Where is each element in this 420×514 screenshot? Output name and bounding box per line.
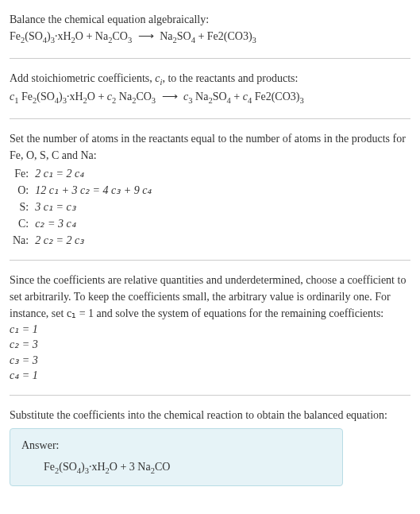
- t: O +: [87, 91, 107, 102]
- t: SO: [213, 91, 227, 102]
- table-row: Fe:2 c₁ = 2 c₄: [10, 165, 155, 182]
- t: ·xH: [55, 30, 71, 42]
- arrow-icon: ⟶: [138, 30, 154, 42]
- t: Fe: [18, 91, 33, 102]
- divider: [10, 260, 410, 261]
- element-cell: S:: [10, 199, 32, 215]
- intro-text: Balance the chemical equation algebraica…: [10, 11, 410, 28]
- step1-text: Add stoichiometric coefficients, ci, to …: [10, 70, 410, 89]
- t: CO: [155, 461, 170, 473]
- t: ·xH: [67, 91, 83, 102]
- arrow-icon: ⟶: [162, 91, 178, 102]
- equation-cell: 12 c₁ + 3 c₂ = 4 c₃ + 9 c₄: [32, 182, 155, 199]
- answer-box: Answer: Fe2(SO4)3·xH2O + 3 Na2CO: [10, 428, 343, 486]
- element-cell: C:: [10, 215, 32, 232]
- t: Add stoichiometric coefficients,: [10, 72, 155, 84]
- t: ·xH: [89, 461, 106, 473]
- table-row: Na:2 c₂ = 2 c₃: [10, 232, 155, 249]
- intro-section: Balance the chemical equation algebraica…: [10, 6, 410, 52]
- step2-section: Set the number of atoms in the reactants…: [10, 126, 410, 253]
- t: O + 3 Na: [110, 461, 151, 473]
- t: +: [231, 91, 243, 102]
- t: (SO: [25, 30, 43, 42]
- divider: [10, 395, 410, 396]
- atoms-table: Fe:2 c₁ = 2 c₄ O:12 c₁ + 3 c₂ = 4 c₃ + 9…: [10, 165, 155, 249]
- step4-text: Substitute the coefficients into the che…: [10, 407, 410, 423]
- t: , to the reactants and products:: [162, 72, 298, 84]
- step3-section: Since the coefficients are relative quan…: [10, 267, 410, 388]
- equation-cell: c₂ = 3 c₄: [32, 215, 155, 232]
- coef-value: c₃ = 3: [10, 353, 410, 369]
- element-cell: O:: [10, 182, 32, 199]
- element-cell: Na:: [10, 232, 32, 249]
- equation-cell: 2 c₂ = 2 c₃: [32, 232, 155, 249]
- t: + Fe2(CO3): [195, 30, 252, 42]
- t: Na: [193, 91, 209, 102]
- sub: 3: [128, 36, 132, 44]
- balanced-equation: Fe2(SO4)3·xH2O + 3 Na2CO: [21, 458, 331, 477]
- sub: 3: [152, 96, 156, 105]
- step3-text: Since the coefficients are relative quan…: [10, 272, 410, 322]
- step2-text: Set the number of atoms in the reactants…: [10, 130, 410, 164]
- equation-cell: 3 c₁ = c₃: [32, 199, 155, 215]
- t: CO: [136, 91, 151, 102]
- coef-value: c₄ = 1: [10, 368, 410, 384]
- t: Fe2(CO3): [252, 91, 299, 102]
- divider: [10, 118, 410, 119]
- t: (SO: [59, 461, 77, 473]
- divider: [10, 58, 410, 59]
- table-row: C:c₂ = 3 c₄: [10, 215, 155, 232]
- sub: 3: [252, 36, 256, 44]
- coef-value: c₁ = 1: [10, 322, 410, 338]
- step4-section: Substitute the coefficients into the che…: [10, 402, 410, 491]
- t: O + Na: [75, 30, 108, 42]
- t: SO: [177, 30, 191, 42]
- t: Na: [160, 30, 172, 42]
- element-cell: Fe:: [10, 165, 32, 182]
- answer-label: Answer:: [21, 437, 331, 454]
- step1-section: Add stoichiometric coefficients, ci, to …: [10, 65, 410, 112]
- table-row: O:12 c₁ + 3 c₂ = 4 c₃ + 9 c₄: [10, 182, 155, 199]
- table-row: S:3 c₁ = c₃: [10, 199, 155, 215]
- coef-value: c₂ = 3: [10, 337, 410, 353]
- t: Fe: [44, 461, 55, 473]
- t: CO: [112, 30, 127, 42]
- equation-cell: 2 c₁ = 2 c₄: [32, 165, 155, 182]
- coef-equation: c1 Fe2(SO4)3·xH2O + c2 Na2CO3 ⟶ c3 Na2SO…: [10, 88, 410, 107]
- t: (SO: [37, 91, 55, 102]
- t: Na: [116, 91, 132, 102]
- unbalanced-equation: Fe2(SO4)3·xH2O + Na2CO3 ⟶ Na2SO4 + Fe2(C…: [10, 28, 410, 47]
- sub: 3: [299, 96, 303, 105]
- t: Fe: [10, 30, 21, 42]
